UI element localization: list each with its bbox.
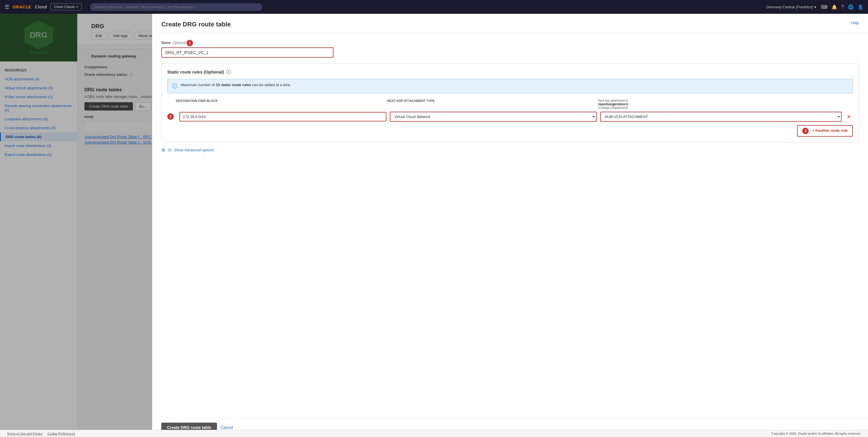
nav-icon-group: ⌨ 🔔 ? 🌐 👤 bbox=[821, 4, 863, 10]
info-box-icon: ⓘ bbox=[172, 83, 177, 90]
add-route-rule-container: 3 + Another route rule bbox=[167, 125, 853, 137]
account-name: iwanhoogendoorn bbox=[598, 102, 841, 106]
next-hop-attachment-col-header: Next hop attachment in iwanhoogendoorn (… bbox=[598, 99, 841, 110]
remove-route-rule-button[interactable]: ✕ bbox=[845, 113, 853, 121]
name-form-group: Name Optional 1 bbox=[161, 40, 859, 58]
step-1-badge: 1 bbox=[187, 40, 193, 46]
next-hop-type-field: Virtual Cloud Network IPSec Tunnel VCN A… bbox=[390, 112, 597, 122]
show-advanced-label: Show Advanced options bbox=[174, 148, 214, 152]
next-hop-attachment-select[interactable]: HUB-VCN-ATTACHMENT bbox=[600, 112, 842, 122]
name-label: Name Optional 1 bbox=[161, 40, 859, 46]
search-container bbox=[90, 3, 262, 11]
cancel-button[interactable]: Cancel bbox=[220, 425, 233, 430]
info-box-text: Maximum number of 15 static route rules … bbox=[181, 83, 291, 87]
route-rule-fields: Virtual Cloud Network IPSec Tunnel VCN A… bbox=[179, 112, 853, 122]
add-rule-label: + Another route rule bbox=[812, 128, 848, 133]
bell-icon[interactable]: 🔔 bbox=[832, 4, 837, 10]
step-3-badge: 3 bbox=[802, 128, 809, 134]
page-footer: Terms of Use and Privacy Cookie Preferen… bbox=[0, 430, 868, 437]
user-avatar-icon[interactable]: 👤 bbox=[858, 4, 863, 10]
show-advanced-container: ⚙ 32 Show Advanced options bbox=[161, 147, 859, 153]
route-rules-title: Static route rules (Optional) i bbox=[167, 69, 853, 74]
next-hop-type-col-header: Next hop attachment type bbox=[387, 99, 595, 110]
footer-links: Terms of Use and Privacy Cookie Preferen… bbox=[7, 432, 75, 435]
next-hop-type-select[interactable]: Virtual Cloud Network IPSec Tunnel VCN A… bbox=[390, 112, 597, 122]
help-icon[interactable]: ? bbox=[841, 4, 844, 9]
nav-right-section: Germany Central (Frankfurt) ▾ ⌨ 🔔 ? 🌐 👤 bbox=[766, 4, 863, 10]
show-advanced-link[interactable]: ⚙ 32 Show Advanced options bbox=[161, 147, 859, 153]
region-selector[interactable]: Germany Central (Frankfurt) ▾ bbox=[766, 5, 816, 9]
change-compartment-link[interactable]: (Change compartment) bbox=[598, 106, 841, 110]
region-chevron-icon: ▾ bbox=[814, 5, 816, 9]
copyright-text: Copyright © 2024, Oracle and/or its affi… bbox=[772, 432, 861, 435]
cloud-text: Cloud bbox=[35, 5, 47, 9]
destination-cidr-field bbox=[179, 112, 386, 121]
column-headers: Destination CIDR block Next hop attachme… bbox=[167, 99, 853, 110]
name-label-text: Name bbox=[161, 41, 171, 45]
info-circle-icon: i bbox=[226, 70, 231, 74]
create-drg-route-table-modal: Create DRG route table Help Name Optiona… bbox=[152, 14, 868, 437]
search-input[interactable] bbox=[90, 3, 262, 11]
next-hop-attachment-field: HUB-VCN-ATTACHMENT bbox=[600, 112, 842, 122]
name-input[interactable] bbox=[161, 48, 334, 58]
sliders-icon: ⚙ bbox=[161, 147, 165, 153]
info-box: ⓘ Maximum number of 15 static route rule… bbox=[167, 79, 853, 93]
add-another-route-rule-button[interactable]: 3 + Another route rule bbox=[797, 125, 853, 137]
destination-cidr-input[interactable] bbox=[179, 112, 386, 121]
oracle-logo: ORACLE Cloud bbox=[12, 5, 47, 9]
static-route-rules-section: Static route rules (Optional) i ⓘ Maximu… bbox=[161, 63, 859, 143]
modal-header: Create DRG route table Help bbox=[152, 14, 868, 33]
cloud-classic-button[interactable]: Cloud Classic > bbox=[51, 3, 82, 10]
region-label: Germany Central (Frankfurt) bbox=[766, 5, 813, 9]
route-rules-title-text: Static route rules (Optional) bbox=[167, 69, 224, 74]
destination-col-header: Destination CIDR block bbox=[176, 99, 384, 110]
show-advanced-number: 32 bbox=[167, 148, 172, 152]
code-icon[interactable]: ⌨ bbox=[821, 4, 828, 10]
optional-text: Optional bbox=[173, 41, 186, 45]
help-link[interactable]: Help bbox=[851, 21, 859, 25]
route-rule-row-1: 2 Virtual Cloud Network IPSec Tunnel VCN… bbox=[167, 112, 853, 122]
modal-title: Create DRG route table bbox=[161, 21, 231, 28]
cookie-preferences-link[interactable]: Cookie Preferences bbox=[48, 432, 75, 435]
oracle-text: ORACLE bbox=[12, 5, 31, 9]
hamburger-menu-icon[interactable]: ☰ bbox=[5, 4, 9, 10]
globe-icon[interactable]: 🌐 bbox=[848, 4, 854, 10]
modal-body: Name Optional 1 Static route rules (Opti… bbox=[152, 33, 868, 418]
terms-link[interactable]: Terms of Use and Privacy bbox=[7, 432, 43, 435]
next-hop-in-text: Next hop attachment in bbox=[598, 99, 841, 102]
step-2-badge: 2 bbox=[167, 114, 174, 120]
top-navigation: ☰ ORACLE Cloud Cloud Classic > Germany C… bbox=[0, 0, 868, 14]
